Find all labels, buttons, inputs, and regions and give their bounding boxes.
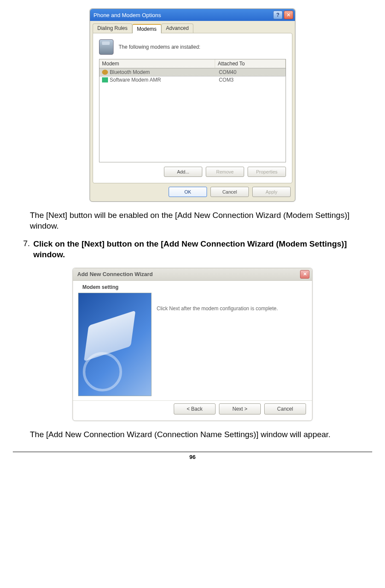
dialog-title: Phone and Modem Options bbox=[93, 12, 161, 18]
dialog-titlebar[interactable]: Add New Connection Wizard ✕ bbox=[73, 268, 312, 281]
step-number: 7. bbox=[13, 239, 33, 260]
tab-strip: Dialing Rules Modems Advanced bbox=[90, 21, 295, 33]
phone-modem-dialog: Phone and Modem Options ? ✕ Dialing Rule… bbox=[90, 9, 295, 202]
help-button[interactable]: ? bbox=[273, 11, 283, 19]
step-text: Click on the [Next] button on the [Add N… bbox=[33, 239, 372, 260]
column-attached-to[interactable]: Attached To bbox=[215, 59, 286, 68]
cancel-button[interactable]: Cancel bbox=[210, 187, 249, 197]
apply-button: Apply bbox=[252, 187, 291, 197]
modem-list[interactable]: Modem Attached To Bluetooth Modem COM40 … bbox=[99, 59, 286, 162]
list-header[interactable]: Modem Attached To bbox=[99, 59, 286, 68]
next-button[interactable]: Next > bbox=[219, 403, 261, 415]
tab-advanced[interactable]: Advanced bbox=[161, 24, 193, 33]
wizard-banner-image bbox=[78, 293, 152, 396]
remove-button: Remove bbox=[206, 167, 244, 177]
bluetooth-modem-icon bbox=[102, 70, 108, 75]
dialog-titlebar[interactable]: Phone and Modem Options ? ✕ bbox=[90, 9, 295, 21]
list-item[interactable]: Bluetooth Modem COM40 bbox=[99, 68, 286, 76]
list-item[interactable]: Software Modem AMR COM3 bbox=[99, 76, 286, 84]
modem-icon bbox=[102, 77, 108, 82]
column-modem[interactable]: Modem bbox=[99, 59, 215, 68]
back-button[interactable]: < Back bbox=[174, 403, 216, 415]
add-connection-wizard-dialog: Add New Connection Wizard ✕ Modem settin… bbox=[73, 268, 312, 421]
close-icon: ✕ bbox=[303, 271, 307, 277]
modem-name: Bluetooth Modem bbox=[110, 69, 219, 75]
tab-modems[interactable]: Modems bbox=[132, 24, 161, 33]
footer-rule bbox=[13, 452, 372, 452]
installed-label: The following modems are installed: bbox=[119, 44, 200, 50]
close-icon: ✕ bbox=[286, 12, 291, 18]
tab-dialing-rules[interactable]: Dialing Rules bbox=[93, 24, 132, 33]
properties-button: Properties bbox=[248, 167, 286, 177]
modem-name: Software Modem AMR bbox=[110, 77, 219, 83]
page-number: 96 bbox=[13, 454, 372, 460]
wizard-instruction: Click Next after the modem configuration… bbox=[157, 293, 307, 396]
wizard-subtitle: Modem setting bbox=[73, 281, 312, 293]
tab-panel-modems: The following modems are installed: Mode… bbox=[93, 33, 292, 183]
close-button[interactable]: ✕ bbox=[284, 11, 293, 19]
body-paragraph: The [Next] button will be enabled on the… bbox=[30, 210, 372, 231]
modem-port: COM3 bbox=[219, 77, 283, 83]
close-button[interactable]: ✕ bbox=[300, 270, 309, 279]
add-button[interactable]: Add... bbox=[164, 167, 202, 177]
modem-port: COM40 bbox=[219, 69, 283, 75]
dialog-title: Add New Connection Wizard bbox=[77, 271, 153, 277]
cancel-button[interactable]: Cancel bbox=[264, 403, 306, 415]
body-paragraph: The [Add New Connection Wizard (Connecti… bbox=[30, 429, 372, 440]
ok-button[interactable]: OK bbox=[169, 187, 207, 197]
step-item: 7. Click on the [Next] button on the [Ad… bbox=[13, 239, 372, 260]
phone-modem-icon bbox=[99, 39, 114, 55]
